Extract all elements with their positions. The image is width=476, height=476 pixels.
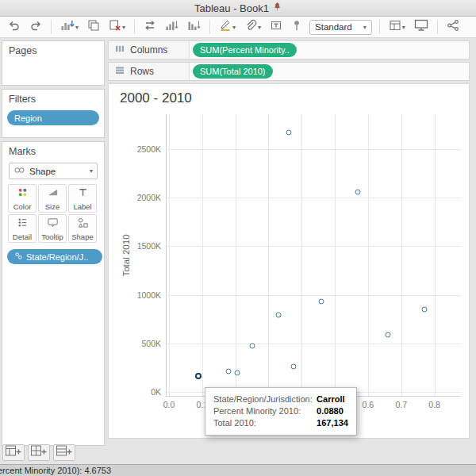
pin-icon (273, 2, 282, 14)
detail-icon (17, 217, 29, 232)
x-gridline (301, 114, 302, 396)
scatter-point[interactable] (422, 306, 428, 312)
columns-pill[interactable]: SUM(Percent Minority.. (193, 43, 297, 57)
undo-icon (8, 19, 21, 35)
columns-shelf[interactable]: Columns SUM(Percent Minority.. (108, 40, 470, 60)
chevron-down-icon: ▾ (90, 167, 93, 175)
sort-ascending-button[interactable] (163, 17, 180, 36)
scatter-point[interactable] (249, 344, 255, 349)
size-icon (47, 186, 59, 202)
cards-icon (389, 19, 401, 35)
show-mark-labels-button[interactable] (268, 17, 284, 36)
show-cards-button[interactable]: ▾ (387, 17, 407, 36)
swap-axes-icon (144, 19, 156, 35)
y-gridline (167, 198, 461, 198)
scatter-plot-area[interactable]: 0.00.10.20.30.40.50.60.70.80K500K1000K15… (166, 114, 461, 397)
columns-shelf-text: Columns (130, 44, 167, 56)
redo-button[interactable] (28, 17, 44, 36)
scatter-point[interactable] (355, 189, 361, 194)
new-worksheet-button[interactable]: ▾ (59, 17, 80, 36)
share-button[interactable] (445, 17, 461, 36)
chevron-down-icon: ▾ (258, 24, 261, 31)
toolbar-separator (134, 20, 135, 34)
detail-button[interactable]: Detail (8, 214, 36, 243)
tooltip-button[interactable]: Tooltip (38, 214, 67, 243)
scatter-point[interactable] (226, 368, 232, 374)
toolbar-separator (51, 20, 52, 34)
columns-icon (115, 44, 125, 56)
tooltip-value: 167,134 (317, 417, 348, 429)
x-tick-label: 0.7 (395, 400, 407, 409)
x-tick-label: 0.6 (363, 400, 374, 409)
pin-icon (291, 19, 302, 35)
new-story-button[interactable] (53, 444, 75, 461)
clear-sheet-button[interactable]: ▾ (107, 17, 127, 36)
new-worksheet-tab-icon (5, 444, 22, 460)
toolbar-separator (209, 20, 210, 34)
duplicate-sheet-button[interactable] (86, 17, 102, 36)
tooltip-row: Percent Minority 2010: 0.0880 (213, 405, 348, 417)
shape-button-label: Shape (71, 232, 93, 241)
columns-shelf-area[interactable]: SUM(Percent Minority.. (190, 41, 469, 59)
x-gridline (236, 114, 236, 396)
scatter-point[interactable] (290, 364, 296, 370)
tooltip-button-label: Tooltip (41, 232, 63, 241)
x-gridline (335, 114, 336, 396)
toolbar: ▾ ▾ ▾ ▾ Standard ▾ ▾ (0, 17, 476, 38)
scatter-point[interactable] (286, 130, 291, 136)
undo-button[interactable] (6, 17, 22, 36)
y-tick-label: 2000K (137, 193, 161, 202)
window-title: Tableau - Book1 (194, 2, 269, 14)
filter-pill-label: Region (14, 113, 42, 123)
mark-type-value: Shape (29, 167, 56, 176)
tooltip-label: Percent Minority 2010: (213, 405, 317, 417)
y-tick-label: 1000K (137, 290, 161, 300)
x-gridline (401, 114, 402, 396)
rows-icon (115, 66, 125, 77)
y-gridline (167, 295, 461, 296)
scatter-point[interactable] (386, 332, 391, 337)
sort-descending-button[interactable] (186, 17, 202, 36)
shape-button[interactable]: Shape (68, 214, 97, 243)
x-gridline (268, 114, 269, 396)
highlight-pen-icon (219, 19, 232, 35)
sheet-tabs-bar (2, 443, 75, 462)
y-tick-label: 1500K (137, 241, 161, 251)
group-members-button[interactable]: ▾ (243, 17, 263, 36)
scatter-point[interactable] (276, 313, 282, 318)
swap-rows-columns-button[interactable] (142, 17, 158, 36)
shape-legend-icon (14, 251, 23, 262)
filters-panel-title: Filters (2, 90, 104, 107)
label-button[interactable]: Label (68, 184, 97, 213)
new-dashboard-icon (30, 444, 48, 460)
filters-panel: Filters Region (2, 89, 105, 138)
y-tick-label: 0K (151, 387, 161, 397)
fit-selector[interactable]: Standard ▾ (309, 20, 372, 35)
scatter-point-carroll[interactable] (195, 373, 202, 379)
scatter-point[interactable] (319, 299, 324, 305)
toolbar-separator (379, 20, 380, 34)
color-button[interactable]: Color (8, 184, 36, 213)
rows-pill[interactable]: SUM(Total 2010) (193, 64, 273, 79)
rows-shelf-area[interactable]: SUM(Total 2010) (190, 63, 469, 80)
new-story-icon (56, 444, 73, 460)
scatter-point[interactable] (234, 370, 240, 376)
columns-shelf-label: Columns (109, 41, 190, 59)
filter-pill-region[interactable]: Region (7, 110, 99, 125)
shape-legend-pill[interactable]: State/Region/J.. (7, 249, 102, 264)
duplicate-icon (87, 19, 100, 35)
mark-type-dropdown[interactable]: Shape ▾ (9, 163, 98, 179)
highlight-button[interactable]: ▾ (217, 17, 237, 36)
new-dashboard-button[interactable] (28, 444, 50, 461)
pages-shelf-dropzone[interactable] (2, 59, 104, 83)
size-button[interactable]: Size (38, 184, 67, 213)
shape-mark-icon (13, 166, 25, 176)
x-gridline (435, 114, 436, 396)
new-worksheet-icon (60, 19, 75, 35)
size-button-label: Size (45, 202, 60, 211)
fix-axes-button[interactable] (290, 17, 304, 36)
presentation-mode-button[interactable] (413, 17, 430, 36)
rows-shelf[interactable]: Rows SUM(Total 2010) (108, 62, 470, 81)
new-worksheet-tab-button[interactable] (2, 444, 25, 461)
y-gridline (167, 344, 461, 344)
